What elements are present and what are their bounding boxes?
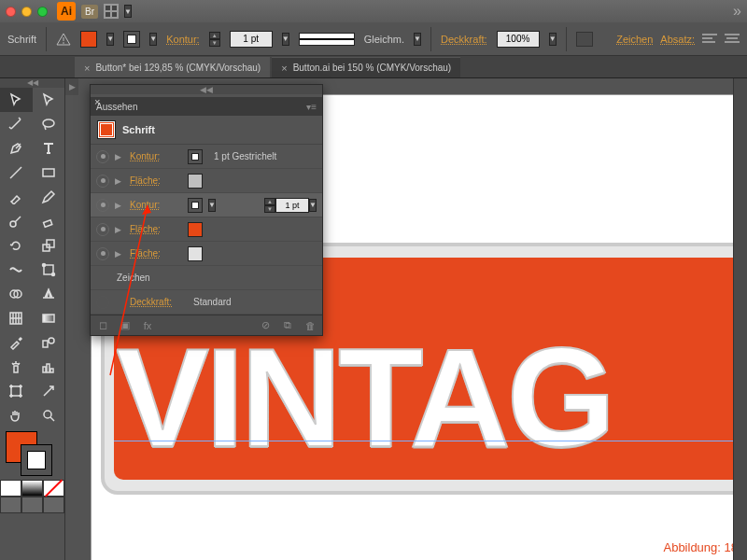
zoom-window-button[interactable] xyxy=(37,7,48,17)
perspective-grid-tool[interactable] xyxy=(33,282,65,306)
blend-tool[interactable] xyxy=(33,330,65,355)
appearance-row-stroke[interactable]: ▶ Kontur: 1 pt Gestrichelt xyxy=(91,145,322,169)
panel-tab[interactable]: Aussehen ▾≡ xyxy=(91,97,322,116)
symbol-sprayer-tool[interactable] xyxy=(0,355,33,379)
stroke-weight-stepper[interactable]: ▲▼ xyxy=(209,32,220,47)
visibility-toggle[interactable] xyxy=(96,296,109,309)
blob-brush-tool[interactable] xyxy=(0,209,33,233)
rectangle-tool[interactable] xyxy=(33,161,65,185)
line-tool[interactable] xyxy=(0,161,33,185)
text-object[interactable]: VINTAG xyxy=(116,317,747,479)
stroke-weight-stepper[interactable]: ▲▼ xyxy=(264,198,275,213)
row-label[interactable]: Kontur: xyxy=(130,200,182,210)
zoom-tool[interactable] xyxy=(33,403,65,427)
pencil-tool[interactable] xyxy=(33,185,65,209)
opacity-label-link[interactable]: Deckkraft: xyxy=(441,34,487,45)
stroke-weight-dropdown[interactable]: ▼ xyxy=(309,199,317,212)
bridge-button[interactable]: Br xyxy=(81,5,98,19)
new-fill-button[interactable]: ▣ xyxy=(119,319,132,332)
appearance-row-fill[interactable]: ▶ Fläche: xyxy=(91,169,322,193)
clear-appearance-button[interactable]: ⊘ xyxy=(259,319,272,332)
stroke-swatch[interactable] xyxy=(123,31,140,48)
visibility-toggle[interactable] xyxy=(96,223,109,236)
document-tab[interactable]: × Button* bei 129,85 % (CMYK/Vorschau) xyxy=(75,57,270,77)
opacity-dropdown[interactable]: ▼ xyxy=(549,33,557,46)
titlebar-overflow[interactable]: » xyxy=(733,3,741,20)
paragraph-panel-link[interactable]: Absatz: xyxy=(660,34,695,45)
disclosure-triangle[interactable]: ▶ xyxy=(115,152,124,161)
row-swatch[interactable] xyxy=(188,198,203,213)
scale-tool[interactable] xyxy=(33,233,65,258)
arrange-docs-button[interactable] xyxy=(104,4,119,19)
vertical-scrollbar[interactable] xyxy=(733,78,747,560)
disclosure-triangle[interactable]: ▶ xyxy=(115,176,124,186)
recolor-button[interactable] xyxy=(576,32,593,47)
close-window-button[interactable] xyxy=(6,7,16,17)
delete-item-button[interactable]: 🗑 xyxy=(303,319,317,332)
type-tool[interactable] xyxy=(33,136,65,161)
selection-tool[interactable] xyxy=(0,88,33,112)
color-mode-gradient[interactable] xyxy=(21,480,43,497)
free-transform-tool[interactable] xyxy=(33,258,65,282)
arrange-dropdown[interactable]: ▼ xyxy=(124,5,132,18)
align-left-icon[interactable] xyxy=(702,34,717,45)
minimize-window-button[interactable] xyxy=(21,7,32,17)
appearance-row-fill[interactable]: ▶ Fläche: xyxy=(91,242,322,266)
color-mode-solid[interactable] xyxy=(0,480,21,497)
hand-tool[interactable] xyxy=(0,403,33,427)
rotate-tool[interactable] xyxy=(0,233,33,258)
column-graph-tool[interactable] xyxy=(33,355,65,379)
close-tab-icon[interactable]: × xyxy=(84,63,90,74)
direct-selection-tool[interactable] xyxy=(33,88,65,112)
row-label[interactable]: Fläche: xyxy=(130,175,182,186)
appearance-row-characters[interactable]: Zeichen xyxy=(91,266,322,290)
row-swatch[interactable] xyxy=(188,149,203,164)
visibility-toggle[interactable] xyxy=(96,175,109,188)
brush-preview[interactable] xyxy=(299,33,355,46)
row-swatch-dropdown[interactable]: ▼ xyxy=(208,199,216,212)
brush-dropdown[interactable]: ▼ xyxy=(414,33,421,46)
paintbrush-tool[interactable] xyxy=(0,185,33,209)
new-stroke-button[interactable]: ◻ xyxy=(96,319,109,332)
draw-inside[interactable] xyxy=(43,497,64,513)
disclosure-triangle[interactable]: ▶ xyxy=(115,201,124,210)
visibility-toggle[interactable] xyxy=(96,247,109,260)
close-tab-icon[interactable]: × xyxy=(281,63,287,74)
align-center-icon[interactable] xyxy=(725,34,740,45)
visibility-toggle[interactable] xyxy=(96,199,109,212)
document-tab[interactable]: × Button.ai bei 150 % (CMYK/Vorschau) xyxy=(272,57,460,77)
add-effect-button[interactable]: fx xyxy=(141,319,154,332)
visibility-toggle[interactable] xyxy=(96,150,109,163)
shape-builder-tool[interactable] xyxy=(0,282,33,306)
appearance-row-opacity[interactable]: Deckkraft: Standard xyxy=(91,290,322,315)
mesh-tool[interactable] xyxy=(0,306,33,330)
appearance-row-fill[interactable]: ▶ Fläche: xyxy=(91,217,322,242)
row-label[interactable]: Fläche: xyxy=(130,224,182,234)
row-swatch[interactable] xyxy=(188,174,203,189)
panel-collapse-button[interactable]: ◀◀ xyxy=(91,85,322,94)
tools-collapse-button[interactable]: ◀◀ xyxy=(0,78,64,88)
row-swatch[interactable] xyxy=(188,246,203,261)
disclosure-triangle[interactable]: ▶ xyxy=(115,249,124,259)
draw-normal[interactable] xyxy=(0,497,21,513)
stroke-label-link[interactable]: Kontur: xyxy=(166,34,199,45)
color-mode-none[interactable] xyxy=(43,480,64,497)
fill-stroke-control[interactable] xyxy=(0,427,64,480)
gradient-tool[interactable] xyxy=(33,306,65,330)
width-tool[interactable] xyxy=(0,258,33,282)
fill-swatch[interactable] xyxy=(80,31,97,48)
lasso-tool[interactable] xyxy=(33,112,65,136)
row-label[interactable]: Fläche: xyxy=(130,248,182,259)
character-panel-link[interactable]: Zeichen xyxy=(616,34,653,45)
panel-dock-collapse[interactable]: ▶ xyxy=(65,78,78,95)
stroke-weight-dropdown[interactable]: ▼ xyxy=(282,33,289,46)
stroke-swatch-dropdown[interactable]: ▼ xyxy=(149,33,157,46)
panel-close-button[interactable]: × xyxy=(94,96,100,107)
eyedropper-tool[interactable] xyxy=(0,330,33,355)
draw-behind[interactable] xyxy=(21,497,43,513)
opacity-label[interactable]: Deckkraft: xyxy=(130,297,182,307)
appearance-row-stroke-selected[interactable]: ▶ Kontur: ▼ ▲▼ ▼ xyxy=(91,193,322,217)
stroke-color[interactable] xyxy=(21,444,52,476)
slice-tool[interactable] xyxy=(33,379,65,403)
row-label[interactable]: Kontur: xyxy=(130,151,182,161)
